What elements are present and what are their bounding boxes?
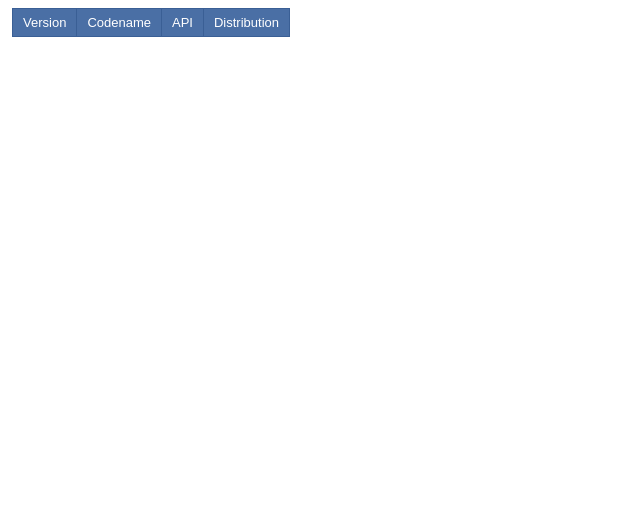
table-section: Version Codename API Distribution: [12, 8, 290, 37]
col-header-api: API: [161, 9, 203, 37]
col-header-distribution: Distribution: [203, 9, 289, 37]
distribution-table: Version Codename API Distribution: [12, 8, 290, 37]
chart-section: [300, 8, 628, 288]
pie-chart: [324, 8, 604, 288]
col-header-codename: Codename: [77, 9, 162, 37]
main-container: Version Codename API Distribution: [12, 8, 628, 288]
col-header-version: Version: [13, 9, 77, 37]
